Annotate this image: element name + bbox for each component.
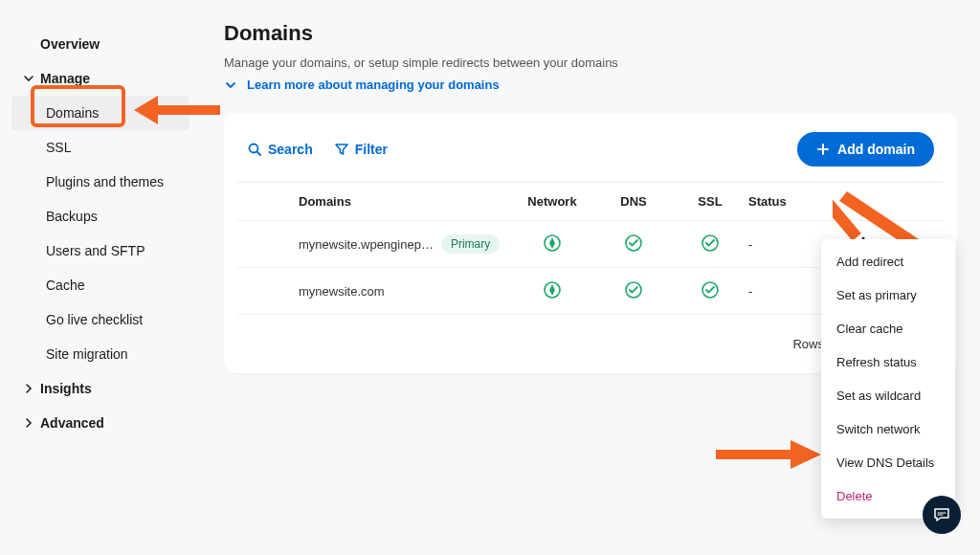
dns-status-icon [624, 280, 643, 300]
menu-view-dns[interactable]: View DNS Details [821, 446, 955, 479]
sidebar-item-cache[interactable]: Cache [0, 268, 201, 302]
filter-icon [334, 142, 349, 157]
ssl-status-icon [701, 233, 720, 253]
dns-status-icon [624, 233, 643, 253]
menu-set-primary[interactable]: Set as primary [821, 278, 955, 312]
domain-name[interactable]: mynewsite.wpenginep… [299, 237, 434, 252]
page-title: Domains [224, 21, 957, 46]
sidebar-item-migration[interactable]: Site migration [0, 337, 201, 371]
filter-label: Filter [355, 142, 388, 157]
sidebar: Overview Manage Domains SSL Plugins and … [0, 0, 201, 555]
add-domain-label: Add domain [837, 142, 915, 157]
table-header: Domains Network DNS SSL Status [237, 182, 944, 220]
menu-add-redirect[interactable]: Add redirect [821, 245, 955, 278]
chevron-down-icon[interactable] [224, 78, 237, 92]
search-icon [247, 142, 262, 157]
col-domains[interactable]: Domains [299, 194, 509, 209]
primary-badge: Primary [441, 234, 500, 254]
menu-set-wildcard[interactable]: Set as wildcard [821, 379, 955, 412]
col-network[interactable]: Network [509, 194, 595, 209]
chevron-right-icon [21, 417, 36, 429]
toolbar: Search Filter Add domain [237, 126, 944, 182]
nav-insights[interactable]: Insights [0, 371, 201, 406]
sidebar-item-backups[interactable]: Backups [0, 199, 201, 233]
search-button[interactable]: Search [247, 142, 313, 157]
domain-name[interactable]: mynewsite.com [299, 284, 385, 299]
sidebar-item-golive[interactable]: Go live checklist [0, 302, 201, 337]
chevron-right-icon [21, 383, 36, 394]
add-domain-button[interactable]: Add domain [797, 132, 934, 166]
nav-advanced[interactable]: Advanced [0, 406, 201, 440]
sidebar-item-plugins[interactable]: Plugins and themes [0, 165, 201, 199]
nav-overview[interactable]: Overview [0, 27, 201, 61]
network-status-icon [543, 280, 562, 300]
annotation-highlight-domains [31, 85, 125, 127]
plus-icon [816, 143, 830, 156]
row-actions-menu: Add redirect Set as primary Clear cache … [821, 239, 955, 519]
menu-refresh-status[interactable]: Refresh status [821, 345, 955, 379]
filter-button[interactable]: Filter [334, 142, 388, 157]
page-subtitle: Manage your domains, or setup simple red… [224, 56, 957, 70]
svg-point-0 [250, 144, 258, 153]
chevron-down-icon [21, 73, 36, 84]
col-dns[interactable]: DNS [595, 194, 672, 209]
sidebar-item-ssl[interactable]: SSL [0, 130, 201, 165]
menu-switch-network[interactable]: Switch network [821, 412, 955, 446]
search-label: Search [268, 142, 313, 157]
learn-more-link[interactable]: Learn more about managing your domains [247, 78, 500, 92]
nav-advanced-label: Advanced [40, 415, 104, 431]
network-status-icon [543, 233, 562, 253]
nav-manage-label: Manage [40, 71, 90, 86]
col-status[interactable]: Status [748, 194, 844, 209]
chat-button[interactable] [923, 496, 961, 534]
menu-clear-cache[interactable]: Clear cache [821, 312, 955, 345]
sidebar-item-users-sftp[interactable]: Users and SFTP [0, 233, 201, 268]
chat-icon [932, 505, 951, 524]
nav-insights-label: Insights [40, 381, 92, 396]
ssl-status-icon [701, 280, 720, 300]
col-ssl[interactable]: SSL [672, 194, 748, 209]
